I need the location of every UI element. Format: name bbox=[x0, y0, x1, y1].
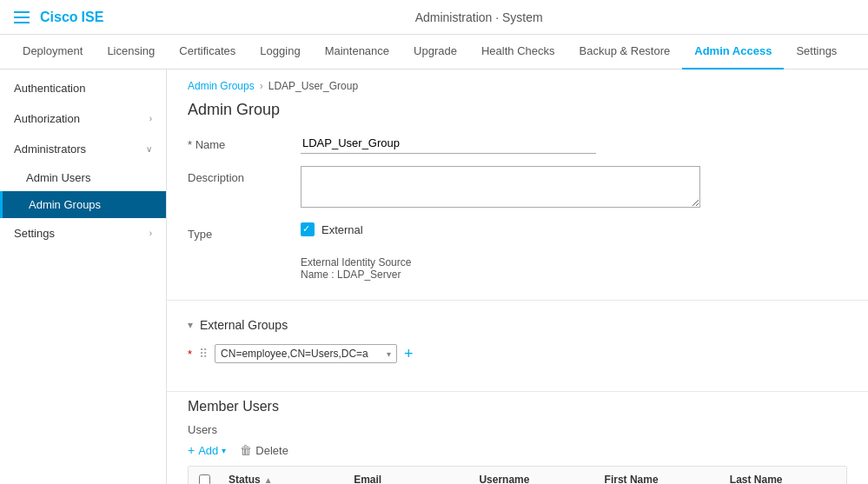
th-lastname-label: Last Name bbox=[730, 474, 783, 484]
identity-source-label: External Identity Source bbox=[301, 256, 411, 269]
external-groups-title: External Groups bbox=[200, 318, 288, 332]
breadcrumb-separator: › bbox=[260, 80, 263, 92]
divider-1 bbox=[167, 300, 868, 301]
breadcrumb: Admin Groups › LDAP_User_Group bbox=[167, 70, 868, 97]
dropdown-chevron-icon: ▾ bbox=[387, 349, 391, 359]
breadcrumb-parent[interactable]: Admin Groups bbox=[188, 80, 255, 92]
divider-2 bbox=[167, 391, 868, 392]
name-input-wrapper bbox=[301, 133, 596, 154]
tab-deployment[interactable]: Deployment bbox=[10, 35, 95, 70]
description-textarea[interactable] bbox=[301, 166, 700, 208]
main-layout: Authentication Authorization › Administr… bbox=[0, 70, 868, 484]
top-bar: Cisco ISE Administration · System bbox=[0, 0, 868, 35]
sort-icon-status: ▲ bbox=[264, 475, 273, 485]
users-table: Status ▲ Email Username First Name Last … bbox=[188, 466, 847, 484]
users-label: Users bbox=[188, 423, 847, 436]
th-email[interactable]: Email bbox=[345, 467, 470, 484]
name-label: * Name bbox=[188, 133, 301, 151]
nav-tabs: Deployment Licensing Certificates Loggin… bbox=[0, 35, 868, 70]
tab-settings[interactable]: Settings bbox=[784, 35, 849, 70]
ext-group-row: * ⠿ CN=employee,CN=Users,DC=a ▾ + bbox=[188, 344, 847, 363]
ext-group-value: CN=employee,CN=Users,DC=a bbox=[221, 348, 368, 360]
th-status-label: Status bbox=[229, 474, 261, 484]
logo-ise: ISE bbox=[82, 10, 104, 25]
tab-backup-restore[interactable]: Backup & Restore bbox=[567, 35, 683, 70]
member-users-title: Member Users bbox=[188, 399, 847, 414]
name-input[interactable] bbox=[301, 133, 596, 154]
select-all-checkbox[interactable] bbox=[199, 474, 210, 485]
hamburger-menu[interactable] bbox=[14, 11, 30, 23]
th-firstname-label: First Name bbox=[605, 474, 659, 484]
sidebar-item-authentication[interactable]: Authentication bbox=[0, 73, 166, 103]
tab-certificates[interactable]: Certificates bbox=[167, 35, 248, 70]
sidebar-item-administrators[interactable]: Administrators ∨ bbox=[0, 134, 166, 164]
plus-icon: + bbox=[188, 443, 195, 457]
sidebar: Authentication Authorization › Administr… bbox=[0, 70, 167, 484]
type-checkbox-label: External bbox=[321, 223, 363, 236]
identity-source-name-value: LDAP_Server bbox=[337, 269, 401, 281]
required-asterisk: * bbox=[188, 348, 192, 361]
table-header: Status ▲ Email Username First Name Last … bbox=[189, 467, 846, 484]
logo-cisco: Cisco bbox=[40, 10, 78, 25]
tab-licensing[interactable]: Licensing bbox=[95, 35, 167, 70]
add-button[interactable]: + Add ▾ bbox=[188, 443, 226, 457]
type-label: Type bbox=[188, 222, 301, 241]
drag-handle-icon[interactable]: ⠿ bbox=[199, 347, 208, 361]
identity-source-name-label: Name : bbox=[301, 269, 335, 281]
th-username[interactable]: Username bbox=[470, 467, 595, 484]
sidebar-item-authentication-label: Authentication bbox=[14, 82, 85, 95]
sidebar-item-authorization-label: Authorization bbox=[14, 112, 80, 125]
sidebar-item-admin-users[interactable]: Admin Users bbox=[0, 164, 166, 191]
form-row-type: Type External bbox=[188, 222, 847, 241]
delete-button[interactable]: 🗑 Delete bbox=[240, 443, 288, 457]
add-chevron-icon: ▾ bbox=[222, 446, 226, 455]
sidebar-item-settings[interactable]: Settings › bbox=[0, 218, 166, 249]
description-input-wrapper bbox=[301, 166, 596, 210]
sidebar-item-settings-label: Settings bbox=[14, 227, 55, 240]
sidebar-item-administrators-label: Administrators bbox=[14, 143, 86, 156]
th-status[interactable]: Status ▲ bbox=[220, 467, 345, 484]
chevron-right-icon: › bbox=[149, 114, 152, 123]
users-toolbar: + Add ▾ 🗑 Delete bbox=[188, 443, 847, 457]
main-content: Admin Groups › LDAP_User_Group Admin Gro… bbox=[167, 70, 868, 484]
page-title: Admin Group bbox=[167, 97, 868, 133]
form-row-name: * Name bbox=[188, 133, 847, 154]
member-users-section: Member Users Users + Add ▾ 🗑 Delete bbox=[167, 399, 868, 484]
trash-icon: 🗑 bbox=[240, 443, 252, 457]
tab-maintenance[interactable]: Maintenance bbox=[313, 35, 401, 70]
tab-logging[interactable]: Logging bbox=[248, 35, 312, 70]
tab-admin-access[interactable]: Admin Access bbox=[682, 35, 784, 70]
th-firstname[interactable]: First Name bbox=[596, 467, 721, 484]
breadcrumb-current: LDAP_User_Group bbox=[268, 80, 358, 92]
tab-upgrade[interactable]: Upgrade bbox=[401, 35, 469, 70]
form-section: * Name Description Type External bbox=[167, 133, 868, 241]
ext-group-dropdown[interactable]: CN=employee,CN=Users,DC=a ▾ bbox=[215, 344, 397, 363]
form-row-description: Description bbox=[188, 166, 847, 210]
app-title: Administration · System bbox=[103, 10, 854, 24]
sidebar-item-authorization[interactable]: Authorization › bbox=[0, 103, 166, 134]
external-groups-header: ▾ External Groups bbox=[167, 308, 868, 341]
th-checkbox[interactable] bbox=[189, 467, 220, 484]
chevron-right-icon-settings: › bbox=[149, 229, 152, 238]
add-label: Add bbox=[198, 444, 218, 457]
collapse-icon[interactable]: ▾ bbox=[188, 319, 193, 331]
tab-health-checks[interactable]: Health Checks bbox=[469, 35, 567, 70]
type-checkbox-row: External bbox=[301, 222, 363, 236]
chevron-down-icon: ∨ bbox=[146, 144, 152, 154]
type-checkbox[interactable] bbox=[301, 222, 315, 236]
identity-source-info: External Identity Source Name : LDAP_Ser… bbox=[167, 253, 868, 293]
delete-label: Delete bbox=[255, 444, 288, 457]
external-groups-area: * ⠿ CN=employee,CN=Users,DC=a ▾ + bbox=[167, 341, 868, 384]
th-username-label: Username bbox=[479, 474, 529, 484]
th-email-label: Email bbox=[354, 474, 381, 484]
sidebar-item-admin-groups[interactable]: Admin Groups bbox=[0, 191, 166, 218]
description-label: Description bbox=[188, 166, 301, 184]
add-group-button[interactable]: + bbox=[404, 345, 414, 363]
app-logo: Cisco ISE bbox=[40, 10, 103, 25]
th-lastname[interactable]: Last Name bbox=[721, 467, 846, 484]
